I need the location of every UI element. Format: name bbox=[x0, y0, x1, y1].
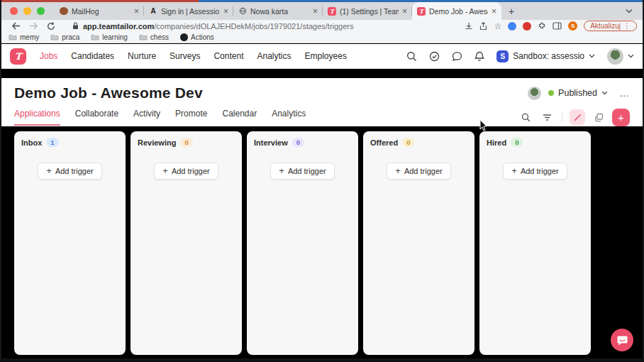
extension-blue-icon[interactable] bbox=[508, 22, 516, 31]
forward-button[interactable] bbox=[29, 22, 38, 30]
messages-icon[interactable] bbox=[452, 51, 462, 62]
teamtailor-logo[interactable]: T bbox=[10, 48, 26, 65]
bookmarks-bar: memy praca learning chess Actions bbox=[1, 32, 643, 43]
tasks-check-icon[interactable] bbox=[429, 51, 440, 62]
bookmark-github-actions[interactable]: Actions bbox=[180, 33, 214, 41]
browser-tab-new[interactable]: Nowa karta × bbox=[233, 2, 323, 20]
bookmark-folder-chess[interactable]: chess bbox=[139, 33, 169, 41]
stage-column-hired: Hired 0 + Add trigger bbox=[479, 131, 591, 355]
extension-adblock-icon[interactable] bbox=[523, 22, 531, 31]
nav-content[interactable]: Content bbox=[213, 51, 243, 61]
extensions-puzzle-icon[interactable] bbox=[538, 22, 546, 31]
bookmark-folder-memy[interactable]: memy bbox=[9, 33, 39, 41]
update-menu-kebab-icon[interactable]: ⋮ bbox=[623, 22, 631, 30]
tab-title: Demo Job - Awesome Dev | Jo bbox=[429, 7, 488, 16]
minimize-window-button[interactable] bbox=[23, 7, 31, 15]
job-tabs: Applications Collaborate Activity Promot… bbox=[14, 109, 306, 126]
browser-profile-avatar[interactable]: S bbox=[568, 21, 577, 31]
candidate-search-icon[interactable] bbox=[518, 109, 533, 125]
tab-promote[interactable]: Promote bbox=[175, 109, 207, 126]
notifications-bell-icon[interactable] bbox=[474, 51, 484, 62]
chevron-down-icon bbox=[601, 91, 608, 95]
frame-bottom bbox=[0, 358, 644, 362]
tab-close-icon[interactable]: × bbox=[223, 8, 228, 15]
stage-count-badge: 0 bbox=[511, 138, 523, 147]
maximize-window-button[interactable] bbox=[37, 7, 45, 15]
back-button[interactable] bbox=[11, 22, 21, 30]
plus-icon: + bbox=[511, 168, 517, 175]
copy-icon[interactable] bbox=[591, 109, 606, 125]
add-trigger-button[interactable]: + Add trigger bbox=[38, 163, 101, 180]
stage-column-interview: Interview 0 + Add trigger bbox=[247, 131, 358, 355]
toolbar-right-icons: ☆ S Aktualizuj ⋮ bbox=[465, 21, 637, 31]
nav-nurture[interactable]: Nurture bbox=[128, 51, 156, 61]
main-nav: Jobs Candidates Nurture Surveys Content … bbox=[40, 51, 347, 61]
chevron-down-icon bbox=[589, 54, 595, 58]
tab-analytics[interactable]: Analytics bbox=[272, 109, 306, 126]
tab-close-icon[interactable]: × bbox=[313, 8, 318, 15]
stage-count-badge: 0 bbox=[292, 138, 304, 147]
recruiter-avatar[interactable] bbox=[528, 87, 541, 100]
tab-applications[interactable]: Applications bbox=[14, 109, 60, 126]
bookmark-folder-learning[interactable]: learning bbox=[91, 33, 128, 41]
nav-jobs[interactable]: Jobs bbox=[40, 51, 57, 61]
tab-search-chevron-icon[interactable] bbox=[626, 9, 633, 13]
user-avatar bbox=[607, 48, 623, 65]
bookmark-star-icon[interactable]: ☆ bbox=[494, 22, 501, 31]
side-panel-icon[interactable] bbox=[553, 22, 562, 30]
plus-icon: + bbox=[162, 168, 168, 175]
nav-candidates[interactable]: Candidates bbox=[71, 51, 114, 61]
lock-icon bbox=[72, 22, 79, 30]
divider bbox=[562, 112, 562, 122]
chrome-update-button[interactable]: Aktualizuj ⋮ bbox=[584, 21, 637, 31]
browser-tab-assessio[interactable]: A Sign in | Assessio × bbox=[144, 2, 233, 20]
close-window-button[interactable] bbox=[10, 7, 18, 15]
filter-icon[interactable] bbox=[539, 109, 555, 125]
install-icon[interactable] bbox=[465, 22, 473, 31]
tab-close-icon[interactable]: × bbox=[134, 8, 139, 15]
teamtailor-favicon-icon: T bbox=[328, 7, 336, 16]
search-icon[interactable] bbox=[406, 51, 417, 62]
intercom-chat-button[interactable] bbox=[611, 329, 633, 351]
browser-tab-demo-job-active[interactable]: T Demo Job - Awesome Dev | Jo × bbox=[412, 2, 501, 20]
new-tab-button[interactable]: + bbox=[509, 6, 514, 17]
share-icon[interactable] bbox=[479, 22, 487, 31]
add-candidate-button[interactable]: + bbox=[612, 109, 630, 126]
add-trigger-button[interactable]: + Add trigger bbox=[154, 163, 218, 180]
tab-close-icon[interactable]: × bbox=[402, 8, 407, 15]
nav-analytics[interactable]: Analytics bbox=[257, 51, 291, 61]
stage-count-badge: 0 bbox=[180, 138, 192, 147]
stage-count-badge: 1 bbox=[46, 138, 58, 147]
more-options-button[interactable]: … bbox=[619, 87, 630, 99]
browser-tab-mailhog[interactable]: MailHog × bbox=[55, 2, 144, 20]
tab-collaborate[interactable]: Collaborate bbox=[75, 109, 118, 126]
tab-activity[interactable]: Activity bbox=[133, 109, 160, 126]
account-name: Sandbox: assessio bbox=[513, 51, 584, 61]
add-trigger-button[interactable]: + Add trigger bbox=[387, 163, 450, 180]
plus-icon: + bbox=[46, 168, 52, 175]
chevron-down-icon bbox=[628, 54, 634, 58]
account-switcher[interactable]: S Sandbox: assessio bbox=[496, 50, 595, 62]
add-trigger-button[interactable]: + Add trigger bbox=[270, 163, 334, 180]
tab-title: (1) Settings | Teamtailor bbox=[340, 7, 399, 16]
tab-calendar[interactable]: Calendar bbox=[222, 109, 257, 126]
magic-wand-icon[interactable] bbox=[570, 109, 585, 125]
user-menu[interactable] bbox=[607, 48, 634, 65]
publish-status-dropdown[interactable]: Published bbox=[548, 88, 608, 98]
nav-surveys[interactable]: Surveys bbox=[170, 51, 200, 61]
page-title: Demo Job - Awesome Dev bbox=[14, 84, 203, 102]
plus-icon: + bbox=[395, 168, 401, 175]
address-bar[interactable]: app.teamtailor.com/companies/dOLAJEHDekM… bbox=[72, 22, 465, 31]
job-tabs-row: Applications Collaborate Activity Promot… bbox=[1, 108, 643, 126]
company-avatar: S bbox=[496, 50, 509, 62]
nav-employees[interactable]: Employees bbox=[305, 51, 347, 61]
reload-button[interactable] bbox=[47, 22, 55, 31]
stage-count-badge: 0 bbox=[402, 138, 414, 147]
browser-tab-settings[interactable]: T (1) Settings | Teamtailor × bbox=[323, 2, 412, 20]
frame-left bbox=[0, 0, 1, 362]
tab-close-icon[interactable]: × bbox=[492, 8, 496, 15]
bookmark-folder-praca[interactable]: praca bbox=[50, 33, 79, 41]
add-trigger-button[interactable]: + Add trigger bbox=[503, 163, 567, 180]
stage-column-offered: Offered 0 + Add trigger bbox=[363, 131, 474, 355]
published-dot-icon bbox=[548, 90, 554, 96]
